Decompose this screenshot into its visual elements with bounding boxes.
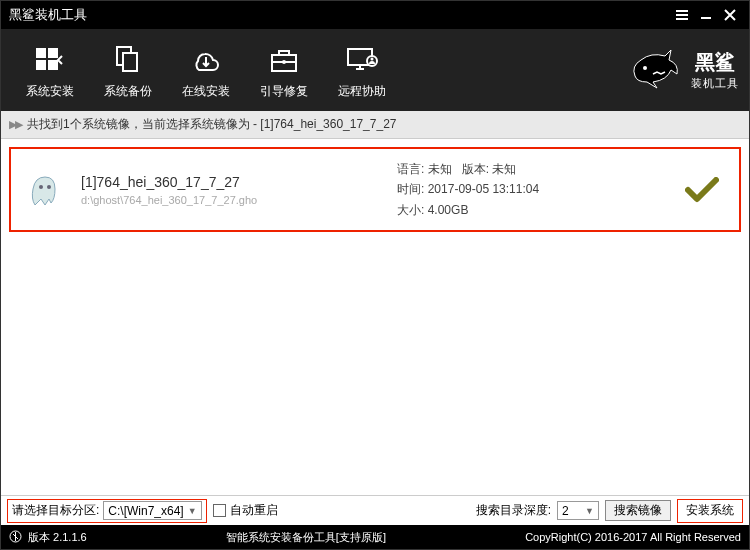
info-bar: ▶▶ 共找到1个系统镜像，当前选择系统镜像为 - [1]764_hei_360_… (1, 111, 749, 139)
image-name: [1]764_hei_360_17_7_27 (81, 174, 381, 190)
svg-rect-5 (123, 53, 137, 71)
svg-point-11 (643, 66, 647, 70)
svg-rect-1 (48, 48, 58, 58)
toolbar-label: 远程协助 (338, 83, 386, 100)
image-item-selected[interactable]: [1]764_hei_360_17_7_27 d:\ghost\764_hei_… (9, 147, 741, 232)
toolbar-label: 系统备份 (104, 83, 152, 100)
target-partition-select[interactable]: C:\[Win7_x64]▼ (103, 501, 201, 520)
minimize-button[interactable] (695, 4, 717, 26)
copy-icon (111, 41, 145, 79)
toolbar-label: 系统安装 (26, 83, 74, 100)
info-text: 共找到1个系统镜像，当前选择系统镜像为 - [1]764_hei_360_17_… (27, 116, 396, 133)
svg-rect-0 (36, 48, 46, 58)
bottom-bar: 请选择目标分区: C:\[Win7_x64]▼ 自动重启 搜索目录深度: 2▼ … (1, 495, 749, 525)
checkbox-icon (213, 504, 226, 517)
menu-button[interactable] (671, 4, 693, 26)
cloud-download-icon (188, 41, 224, 79)
windows-install-icon (32, 41, 68, 79)
image-list: [1]764_hei_360_17_7_27 d:\ghost\764_hei_… (1, 139, 749, 495)
svg-point-12 (39, 185, 43, 189)
toolbar: 系统安装 系统备份 在线安装 引导修复 远程协助 黑鲨 装机工具 (1, 29, 749, 111)
install-system-button[interactable]: 安装系统 (682, 500, 738, 521)
window-title: 黑鲨装机工具 (9, 6, 669, 24)
search-image-button[interactable]: 搜索镜像 (605, 500, 671, 521)
copyright-text: CopyRight(C) 2016-2017 All Right Reserve… (525, 531, 741, 543)
svg-rect-3 (48, 60, 58, 70)
chevron-down-icon: ▼ (585, 506, 594, 516)
search-depth-label: 搜索目录深度: (476, 502, 551, 519)
shark-icon (627, 46, 683, 94)
svg-rect-2 (36, 60, 46, 70)
svg-point-13 (47, 185, 51, 189)
system-backup-button[interactable]: 系统备份 (89, 35, 167, 106)
system-install-button[interactable]: 系统安装 (11, 35, 89, 106)
image-path: d:\ghost\764_hei_360_17_7_27.gho (81, 194, 381, 206)
status-center-text: 智能系统安装备份工具[支持原版] (87, 530, 525, 545)
titlebar: 黑鲨装机工具 (1, 1, 749, 29)
chevron-right-icon: ▶▶ (9, 118, 21, 131)
boot-repair-button[interactable]: 引导修复 (245, 35, 323, 106)
version-icon (9, 530, 22, 545)
close-button[interactable] (719, 4, 741, 26)
remote-monitor-icon (344, 41, 380, 79)
svg-point-10 (371, 57, 374, 60)
brand-logo: 黑鲨 装机工具 (627, 46, 739, 94)
chevron-down-icon: ▼ (188, 506, 197, 516)
checkmark-icon (685, 177, 719, 203)
auto-restart-checkbox[interactable]: 自动重启 (213, 502, 278, 519)
remote-assist-button[interactable]: 远程协助 (323, 35, 401, 106)
version-label: 版本 (28, 530, 50, 545)
toolbox-icon (267, 41, 301, 79)
image-metadata: 语言: 未知 版本: 未知 时间: 2017-09-05 13:11:04 大小… (397, 159, 539, 220)
brand-subtitle: 装机工具 (691, 76, 739, 91)
target-partition-label: 请选择目标分区: (12, 502, 99, 519)
brand-name: 黑鲨 (691, 49, 739, 76)
ghost-icon (23, 169, 65, 211)
online-install-button[interactable]: 在线安装 (167, 35, 245, 106)
status-bar: 版本 2.1.1.6 智能系统安装备份工具[支持原版] CopyRight(C)… (1, 525, 749, 549)
toolbar-label: 引导修复 (260, 83, 308, 100)
toolbar-label: 在线安装 (182, 83, 230, 100)
search-depth-select[interactable]: 2▼ (557, 501, 599, 520)
version-number: 2.1.1.6 (53, 531, 87, 543)
svg-point-7 (282, 60, 286, 64)
